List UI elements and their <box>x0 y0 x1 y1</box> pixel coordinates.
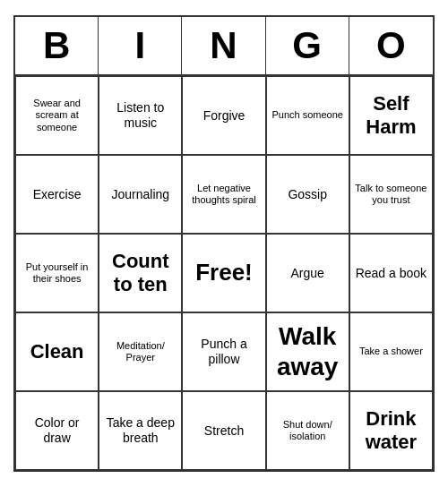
bingo-cell-3: Punch someone <box>266 76 349 155</box>
bingo-cell-text-6: Journaling <box>111 187 169 202</box>
bingo-grid: Swear and scream at someoneListen to mus… <box>15 76 433 470</box>
bingo-cell-11: Count to ten <box>99 234 182 312</box>
bingo-cell-6: Journaling <box>99 155 182 234</box>
bingo-cell-22: Stretch <box>182 391 265 470</box>
bingo-cell-text-12: Free! <box>195 259 253 286</box>
bingo-cell-text-17: Punch a pillow <box>186 337 261 367</box>
bingo-cell-text-14: Read a book <box>356 266 426 281</box>
bingo-cell-text-22: Stretch <box>204 423 244 439</box>
bingo-cell-19: Take a shower <box>349 312 433 391</box>
bingo-cell-17: Punch a pillow <box>182 312 265 391</box>
bingo-cell-text-21: Take a deep breath <box>103 415 177 446</box>
bingo-cell-text-16: Meditation/ Prayer <box>103 340 177 363</box>
bingo-cell-text-23: Shut down/ isolation <box>271 419 345 442</box>
bingo-cell-4: Self Harm <box>349 76 433 155</box>
bingo-header: BINGO <box>15 17 433 76</box>
bingo-cell-text-19: Take a shower <box>359 346 423 357</box>
bingo-cell-text-18: Walk away <box>271 321 345 381</box>
header-letter-g: G <box>266 17 349 74</box>
header-letter-b: B <box>15 17 99 74</box>
header-letter-o: O <box>349 17 433 74</box>
bingo-cell-2: Forgive <box>182 76 265 155</box>
bingo-cell-text-1: Listen to music <box>103 100 177 131</box>
bingo-cell-23: Shut down/ isolation <box>266 391 349 470</box>
bingo-cell-21: Take a deep breath <box>99 391 182 470</box>
bingo-cell-13: Argue <box>266 234 349 312</box>
header-letter-n: N <box>182 17 265 74</box>
bingo-cell-12: Free! <box>182 234 265 312</box>
bingo-cell-text-24: Drink water <box>354 407 428 455</box>
bingo-cell-5: Exercise <box>15 155 99 234</box>
bingo-cell-20: Color or draw <box>15 391 99 470</box>
bingo-cell-text-13: Argue <box>291 266 324 281</box>
bingo-cell-text-9: Talk to someone you trust <box>354 183 428 206</box>
bingo-card: BINGO Swear and scream at someoneListen … <box>13 15 435 472</box>
bingo-cell-16: Meditation/ Prayer <box>99 312 182 391</box>
bingo-cell-0: Swear and scream at someone <box>15 76 99 155</box>
bingo-cell-14: Read a book <box>349 234 433 312</box>
header-letter-i: I <box>99 17 182 74</box>
bingo-cell-text-3: Punch someone <box>271 109 343 121</box>
bingo-cell-text-0: Swear and scream at someone <box>20 98 94 133</box>
bingo-cell-text-8: Gossip <box>288 187 327 202</box>
bingo-cell-text-20: Color or draw <box>20 415 94 446</box>
bingo-cell-15: Clean <box>15 312 99 391</box>
bingo-cell-text-10: Put yourself in their shoes <box>20 261 94 285</box>
bingo-cell-10: Put yourself in their shoes <box>15 234 99 312</box>
bingo-cell-text-5: Exercise <box>33 187 82 202</box>
bingo-cell-18: Walk away <box>266 312 349 391</box>
bingo-cell-text-11: Count to ten <box>103 250 177 297</box>
bingo-cell-text-4: Self Harm <box>354 92 428 140</box>
bingo-cell-24: Drink water <box>349 391 433 470</box>
bingo-cell-text-2: Forgive <box>203 108 246 124</box>
bingo-cell-text-7: Let negative thoughts spiral <box>186 183 261 206</box>
bingo-cell-8: Gossip <box>266 155 349 234</box>
bingo-cell-text-15: Clean <box>30 340 84 363</box>
bingo-cell-7: Let negative thoughts spiral <box>182 155 265 234</box>
bingo-cell-9: Talk to someone you trust <box>349 155 433 234</box>
bingo-cell-1: Listen to music <box>99 76 182 155</box>
